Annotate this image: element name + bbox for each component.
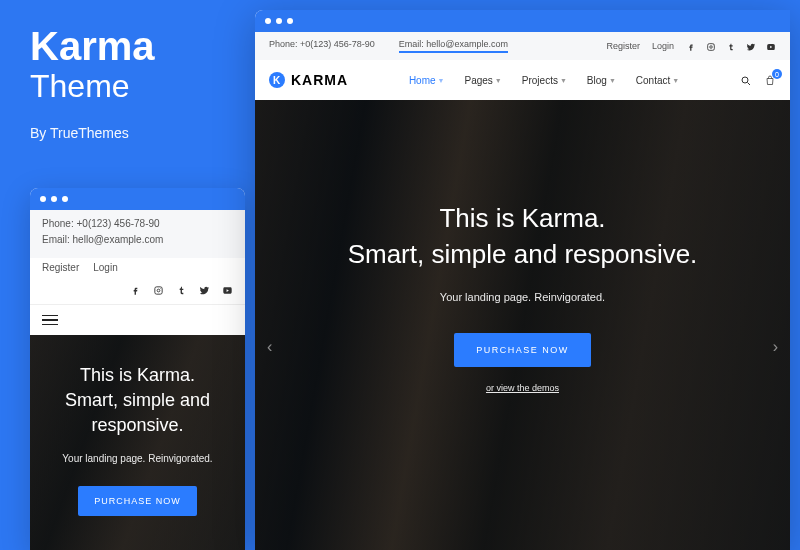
register-link[interactable]: Register [606, 41, 640, 51]
mobile-preview: Phone: +0(123) 456-78-90 Email: hello@ex… [30, 188, 245, 550]
carousel-next-icon[interactable]: › [765, 330, 786, 364]
hero-heading: This is Karma. Smart, simple and respons… [44, 363, 231, 439]
youtube-icon[interactable] [222, 283, 233, 296]
search-icon[interactable] [740, 73, 752, 87]
carousel-prev-icon[interactable]: ‹ [259, 330, 280, 364]
view-demos-link[interactable]: or view the demos [255, 383, 790, 393]
nav-home[interactable]: Home ▼ [409, 75, 445, 86]
twitter-icon[interactable] [746, 40, 756, 51]
mobile-hero: This is Karma. Smart, simple and respons… [30, 335, 245, 550]
purchase-button[interactable]: PURCHASE NOW [454, 333, 591, 367]
nav-projects[interactable]: Projects ▼ [522, 75, 567, 86]
twitter-icon[interactable] [199, 283, 210, 296]
hamburger-icon[interactable] [42, 315, 58, 326]
email-link[interactable]: Email: hello@example.com [399, 39, 508, 53]
youtube-icon[interactable] [766, 40, 776, 51]
tumblr-icon[interactable] [726, 40, 736, 51]
hero-subtext: Your landing page. Reinvigorated. [255, 291, 790, 303]
phone-text: Phone: +0(123) 456-78-90 [269, 39, 375, 53]
nav-pages[interactable]: Pages ▼ [465, 75, 502, 86]
desktop-navbar: K KARMA Home ▼ Pages ▼ Projects ▼ Blog ▼… [255, 60, 790, 100]
email-text: Email: hello@example.com [42, 234, 233, 245]
product-title-block: Karma Theme By TrueThemes [30, 26, 155, 141]
mobile-social-row [30, 279, 245, 304]
window-dots [255, 10, 790, 32]
cart-icon[interactable]: 0 [764, 73, 776, 87]
hero-heading: This is Karma. Smart, simple and respons… [255, 200, 790, 273]
nav-blog[interactable]: Blog ▼ [587, 75, 616, 86]
desktop-topbar: Phone: +0(123) 456-78-90 Email: hello@ex… [255, 32, 790, 60]
phone-text: Phone: +0(123) 456-78-90 [42, 218, 233, 229]
window-dots [30, 188, 245, 210]
instagram-icon[interactable] [706, 40, 716, 51]
logo-text: KARMA [291, 72, 348, 88]
instagram-icon[interactable] [153, 283, 164, 296]
login-link[interactable]: Login [93, 262, 117, 273]
desktop-preview: Phone: +0(123) 456-78-90 Email: hello@ex… [255, 10, 790, 550]
mobile-navbar [30, 304, 245, 336]
chevron-down-icon: ▼ [495, 77, 502, 84]
svg-point-6 [742, 77, 748, 83]
login-link[interactable]: Login [652, 41, 674, 51]
product-author: By TrueThemes [30, 125, 155, 141]
mobile-topbar: Phone: +0(123) 456-78-90 Email: hello@ex… [30, 210, 245, 258]
svg-point-2 [160, 287, 161, 288]
facebook-icon[interactable] [130, 283, 141, 296]
svg-point-5 [713, 44, 714, 45]
desktop-hero: ‹ › This is Karma. Smart, simple and res… [255, 100, 790, 550]
purchase-button[interactable]: PURCHASE NOW [78, 486, 197, 516]
facebook-icon[interactable] [686, 40, 696, 51]
cart-badge: 0 [772, 69, 782, 79]
chevron-down-icon: ▼ [438, 77, 445, 84]
desktop-social-row [686, 40, 776, 51]
svg-point-1 [157, 289, 160, 292]
main-menu: Home ▼ Pages ▼ Projects ▼ Blog ▼ Contact… [409, 75, 679, 86]
hero-subtext: Your landing page. Reinvigorated. [44, 453, 231, 464]
chevron-down-icon: ▼ [560, 77, 567, 84]
chevron-down-icon: ▼ [672, 77, 679, 84]
product-subtitle: Theme [30, 68, 155, 105]
tumblr-icon[interactable] [176, 283, 187, 296]
svg-point-4 [710, 45, 713, 48]
product-name: Karma [30, 26, 155, 66]
brand-logo[interactable]: K KARMA [269, 72, 348, 88]
nav-contact[interactable]: Contact ▼ [636, 75, 679, 86]
logo-mark: K [269, 72, 285, 88]
register-link[interactable]: Register [42, 262, 79, 273]
chevron-down-icon: ▼ [609, 77, 616, 84]
mobile-auth-row: Register Login [30, 258, 245, 279]
nav-icons: 0 [740, 73, 776, 87]
